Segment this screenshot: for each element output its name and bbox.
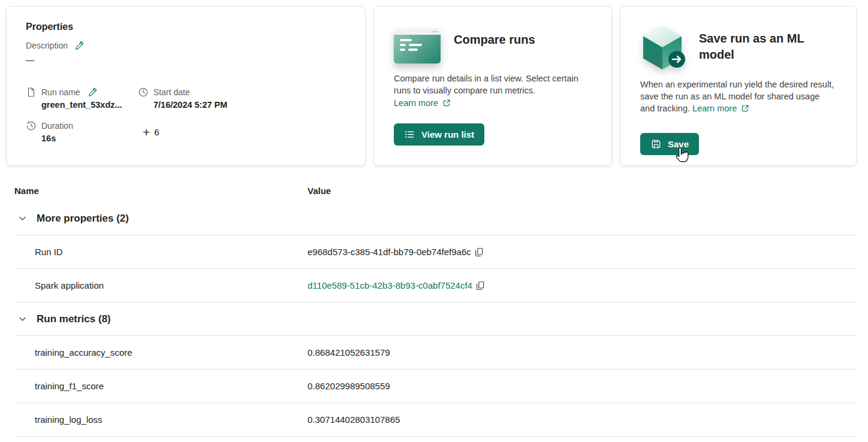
duration-value: 16s: [41, 133, 73, 144]
save-icon: [650, 138, 662, 150]
external-link-icon: [740, 104, 750, 113]
start-date-label: Start date: [153, 87, 190, 98]
run-name-field: Run name green_tent_53xdz...: [26, 87, 138, 110]
view-run-list-label: View run list: [421, 129, 474, 140]
table-row: Spark application d110e589-51cb-42b3-8b9…: [14, 269, 856, 302]
table-row: Run ID e968d573-c385-41df-bb79-0eb74fef9…: [14, 235, 856, 269]
table-header-row: Name Value: [14, 180, 856, 202]
copy-icon[interactable]: [474, 247, 484, 258]
run-details-table: Name Value More properties (2) Run ID e9…: [14, 180, 856, 437]
row-value: 0.30714402803107865: [308, 414, 400, 425]
plus-icon: +: [143, 126, 150, 138]
row-name: Spark application: [14, 280, 308, 290]
row-name: Run ID: [14, 247, 308, 257]
learn-more-label: Learn more: [394, 98, 438, 108]
history-icon: [26, 120, 37, 131]
chevron-down-icon: [18, 214, 27, 223]
table-row: training_log_loss 0.30714402803107865: [14, 403, 856, 437]
view-run-list-button[interactable]: View run list: [394, 123, 484, 146]
compare-runs-description: Compare run details in a list view. Sele…: [394, 72, 592, 96]
section-header-more-properties[interactable]: More properties (2): [14, 202, 856, 235]
bullet-list-icon: [404, 129, 415, 140]
description-value: —: [26, 55, 346, 65]
row-name: training_log_loss: [14, 414, 308, 425]
document-icon: [26, 87, 37, 98]
table-row: training_accuracy_score 0.86842105263157…: [14, 336, 856, 370]
save-learn-more-link[interactable]: Learn more: [692, 102, 750, 114]
row-name: training_accuracy_score: [14, 347, 308, 358]
compare-runs-card: Compare runs Compare run details in a li…: [373, 6, 612, 166]
more-properties-badge[interactable]: + 6: [138, 126, 346, 138]
row-value: 0.868421052631579: [308, 347, 390, 358]
start-date-value: 7/16/2024 5:27 PM: [153, 99, 227, 110]
top-cards-row: Properties Description — Run name: [6, 6, 857, 166]
row-value-link[interactable]: d110e589-51cb-42b3-8b93-c0abf7524cf4: [308, 280, 472, 290]
copy-icon[interactable]: [475, 280, 486, 291]
save-button[interactable]: Save: [640, 133, 699, 155]
save-button-label: Save: [668, 139, 689, 149]
more-properties-count: 6: [154, 127, 159, 137]
run-name-label: Run name: [41, 87, 80, 98]
edit-run-name-pencil-icon[interactable]: [87, 87, 98, 98]
row-value: 0.862029989508559: [308, 381, 390, 391]
duration-field: Duration 16s: [26, 120, 138, 144]
section-title: More properties (2): [37, 213, 129, 225]
properties-card-title: Properties: [26, 22, 346, 32]
save-model-card: Save run as an ML model When an experime…: [620, 6, 857, 166]
ml-model-cube-icon: [640, 23, 686, 74]
run-name-value: green_tent_53xdz...: [41, 99, 122, 110]
compare-runs-title: Compare runs: [454, 29, 535, 48]
table-row: training_f1_score 0.862029989508559: [14, 370, 856, 403]
row-value: e968d573-c385-41df-bb79-0eb74fef9a6c: [308, 247, 471, 257]
clock-icon: [138, 87, 149, 98]
section-header-run-metrics[interactable]: Run metrics (8): [14, 302, 856, 336]
column-header-value: Value: [308, 186, 856, 196]
save-model-title: Save run as an ML model: [699, 23, 836, 63]
properties-card: Properties Description — Run name: [6, 6, 366, 166]
description-label: Description: [26, 41, 68, 50]
chevron-down-icon: [18, 314, 27, 323]
row-name: training_f1_score: [14, 381, 308, 391]
learn-more-label: Learn more: [692, 102, 737, 114]
external-link-icon: [442, 98, 451, 108]
edit-description-pencil-icon[interactable]: [74, 40, 85, 51]
duration-label: Duration: [41, 120, 73, 131]
start-date-field: Start date 7/16/2024 5:27 PM: [138, 87, 346, 110]
section-title: Run metrics (8): [37, 313, 111, 325]
compare-learn-more-link[interactable]: Learn more: [394, 98, 451, 108]
column-header-name: Name: [14, 186, 308, 196]
compare-runs-window-icon: [394, 29, 441, 63]
